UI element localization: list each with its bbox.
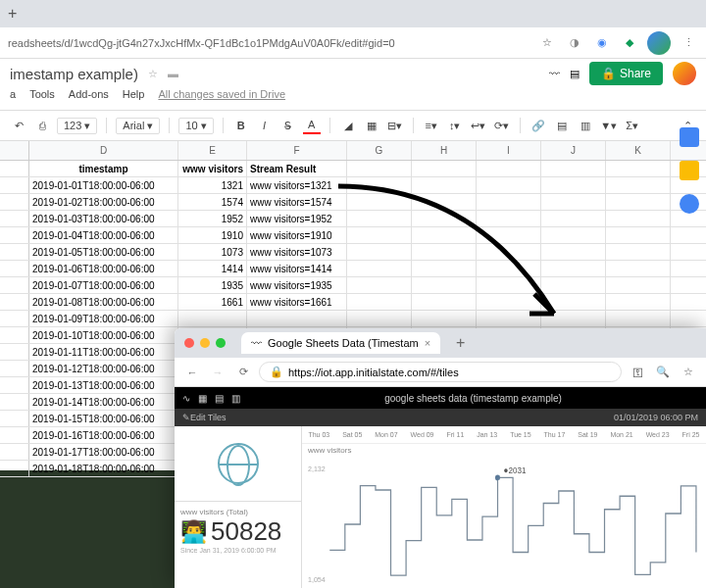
table-row[interactable]: 2019-01-09T18:00:00-06:00 <box>0 311 706 327</box>
new-tab-button[interactable]: + <box>456 334 465 352</box>
strike-icon[interactable]: S̶ <box>279 117 297 134</box>
cell-visitors[interactable]: 1321 <box>178 177 247 193</box>
cell-timestamp[interactable]: 2019-01-05T18:00:00-06:00 <box>29 244 178 260</box>
star-icon[interactable]: ☆ <box>537 33 557 53</box>
col-header[interactable]: E <box>178 141 247 160</box>
cell-result[interactable] <box>247 311 347 326</box>
calendar-app-icon[interactable] <box>680 127 699 147</box>
url-input[interactable]: 🔒 https://iot.app.initialstate.com/#/til… <box>259 362 622 382</box>
cell-timestamp[interactable]: 2019-01-01T18:00:00-06:00 <box>29 177 178 193</box>
size-select[interactable]: 10 ▾ <box>178 118 213 134</box>
minimize-button[interactable] <box>200 338 210 348</box>
bars-icon[interactable]: ▥ <box>231 393 240 404</box>
cell-timestamp[interactable]: 2019-01-08T18:00:00-06:00 <box>29 294 178 310</box>
borders-icon[interactable]: ▦ <box>363 117 380 134</box>
bold-icon[interactable]: B <box>232 117 250 134</box>
col-header[interactable]: I <box>477 141 541 160</box>
halign-icon[interactable]: ≡▾ <box>423 117 440 134</box>
valign-icon[interactable]: ↕▾ <box>446 117 464 134</box>
browser-menu-icon[interactable]: ⋮ <box>679 33 698 53</box>
keep-app-icon[interactable] <box>680 161 699 180</box>
col-header[interactable]: H <box>412 141 477 160</box>
menu-data[interactable]: a <box>10 88 16 110</box>
back-icon[interactable]: ← <box>182 363 202 382</box>
undo-icon[interactable]: ↶ <box>10 117 27 134</box>
maximize-button[interactable] <box>216 338 226 348</box>
cell-timestamp[interactable]: 2019-01-17T18:00:00-06:00 <box>29 444 178 460</box>
cell-timestamp[interactable]: 2019-01-14T18:00:00-06:00 <box>29 394 178 410</box>
cell-visitors[interactable]: 1661 <box>178 294 247 310</box>
document-title[interactable]: imestamp example) <box>10 66 138 82</box>
cell-timestamp[interactable]: 2019-01-18T18:00:00-06:00 <box>29 461 178 476</box>
save-status[interactable]: All changes saved in Drive <box>158 88 285 110</box>
col-header[interactable]: D <box>29 141 178 160</box>
menu-addons[interactable]: Add-ons <box>69 88 109 110</box>
browser-tab[interactable]: 〰 Google Sheets Data (Timestam × <box>241 332 440 354</box>
search-icon[interactable]: 🔍 <box>653 363 673 382</box>
comment-icon[interactable]: ▤ <box>553 117 571 134</box>
col-header[interactable]: F <box>247 141 347 160</box>
italic-icon[interactable]: I <box>256 117 274 134</box>
cell-timestamp[interactable]: 2019-01-07T18:00:00-06:00 <box>29 277 178 293</box>
cell-result[interactable]: www visitors=1321 <box>247 177 347 193</box>
text-color-icon[interactable]: A <box>303 117 321 134</box>
cell-result[interactable]: www visitors=1661 <box>247 294 347 310</box>
cell-result[interactable]: www visitors=1414 <box>247 261 347 276</box>
extension-icon-3[interactable]: ◆ <box>620 33 639 53</box>
cell-timestamp[interactable]: 2019-01-03T18:00:00-06:00 <box>29 211 178 226</box>
functions-icon[interactable]: Σ▾ <box>624 117 641 134</box>
cell-timestamp[interactable]: 2019-01-13T18:00:00-06:00 <box>29 377 178 393</box>
header-cell[interactable]: Stream Result <box>247 161 347 176</box>
filter-icon[interactable]: ▼▾ <box>600 117 618 134</box>
header-cell[interactable]: timestamp <box>29 161 178 176</box>
col-header[interactable]: G <box>347 141 412 160</box>
cell-visitors[interactable]: 1073 <box>178 244 247 260</box>
cell-timestamp[interactable]: 2019-01-15T18:00:00-06:00 <box>29 411 178 426</box>
edit-tiles-label[interactable]: Edit Tiles <box>190 413 227 422</box>
table-row[interactable]: 2019-01-02T18:00:00-06:00 1574 www visit… <box>0 194 706 211</box>
cell-visitors[interactable] <box>178 311 247 326</box>
rotate-icon[interactable]: ⟳▾ <box>493 117 511 134</box>
cell-result[interactable]: www visitors=1910 <box>247 227 347 243</box>
cell-visitors[interactable]: 1910 <box>178 227 247 243</box>
table-row[interactable]: 2019-01-03T18:00:00-06:00 1952 www visit… <box>0 211 706 227</box>
cell-timestamp[interactable]: 2019-01-04T18:00:00-06:00 <box>29 227 178 243</box>
close-tab-icon[interactable]: × <box>425 337 430 349</box>
cell-visitors[interactable]: 1574 <box>178 194 247 210</box>
account-avatar[interactable] <box>673 62 696 85</box>
key-icon[interactable]: ⚿ <box>628 363 647 382</box>
cell-result[interactable]: www visitors=1073 <box>247 244 347 260</box>
new-tab-button[interactable]: + <box>8 5 17 23</box>
star-icon[interactable]: ☆ <box>679 363 698 382</box>
table-row[interactable]: 2019-01-01T18:00:00-06:00 1321 www visit… <box>0 177 706 194</box>
merge-icon[interactable]: ⊟▾ <box>386 117 404 134</box>
table-row[interactable]: 2019-01-08T18:00:00-06:00 1661 www visit… <box>0 294 706 311</box>
forward-icon[interactable]: → <box>208 363 227 382</box>
table-row[interactable]: 2019-01-05T18:00:00-06:00 1073 www visit… <box>0 244 706 261</box>
logo-icon[interactable]: ∿ <box>182 393 190 404</box>
cell-timestamp[interactable]: 2019-01-12T18:00:00-06:00 <box>29 361 178 376</box>
globe-tile[interactable] <box>175 426 301 502</box>
list-icon[interactable]: ▤ <box>215 393 224 404</box>
cell-result[interactable]: www visitors=1952 <box>247 211 347 226</box>
trend-icon[interactable]: 〰 <box>549 68 560 79</box>
cell-timestamp[interactable]: 2019-01-02T18:00:00-06:00 <box>29 194 178 210</box>
wrap-icon[interactable]: ↩▾ <box>470 117 487 134</box>
extension-icon[interactable]: ◑ <box>565 33 584 53</box>
menu-tools[interactable]: Tools <box>29 88 55 110</box>
cell-visitors[interactable]: 1935 <box>178 277 247 293</box>
cell-timestamp[interactable]: 2019-01-06T18:00:00-06:00 <box>29 261 178 276</box>
edit-icon[interactable]: ✎ <box>182 413 190 422</box>
col-header[interactable]: K <box>606 141 671 160</box>
table-row[interactable]: 2019-01-07T18:00:00-06:00 1935 www visit… <box>0 277 706 294</box>
cell-visitors[interactable]: 1414 <box>178 261 247 276</box>
cell-visitors[interactable]: 1952 <box>178 211 247 226</box>
star-doc-icon[interactable]: ☆ <box>148 68 158 80</box>
fill-icon[interactable]: ◢ <box>339 117 357 134</box>
folder-icon[interactable]: ▬ <box>168 68 178 79</box>
grid-icon[interactable]: ▦ <box>198 393 207 404</box>
share-button[interactable]: 🔒 Share <box>589 62 663 85</box>
close-window-button[interactable] <box>184 338 194 348</box>
cell-result[interactable]: www visitors=1574 <box>247 194 347 210</box>
chart-icon[interactable]: ▥ <box>577 117 594 134</box>
